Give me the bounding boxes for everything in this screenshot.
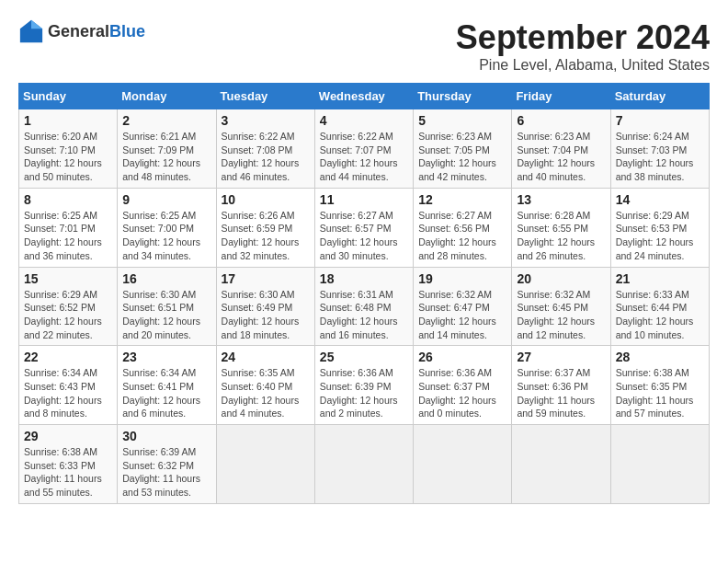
table-row: [610, 425, 709, 504]
table-row: 5Sunrise: 6:23 AM Sunset: 7:05 PM Daylig…: [414, 109, 512, 189]
day-number: 3: [222, 113, 310, 128]
day-info: Sunrise: 6:39 AM Sunset: 6:32 PM Dayligh…: [122, 445, 210, 500]
table-row: 29Sunrise: 6:38 AM Sunset: 6:33 PM Dayli…: [19, 425, 118, 504]
calendar-week-row: 1Sunrise: 6:20 AM Sunset: 7:10 PM Daylig…: [19, 109, 710, 189]
table-row: 20Sunrise: 6:32 AM Sunset: 6:45 PM Dayli…: [512, 267, 610, 346]
day-number: 5: [418, 113, 506, 128]
day-info: Sunrise: 6:35 AM Sunset: 6:40 PM Dayligh…: [222, 366, 310, 420]
table-row: 6Sunrise: 6:23 AM Sunset: 7:04 PM Daylig…: [512, 109, 610, 189]
table-row: 16Sunrise: 6:30 AM Sunset: 6:51 PM Dayli…: [118, 267, 216, 346]
table-row: 14Sunrise: 6:29 AM Sunset: 6:53 PM Dayli…: [610, 188, 709, 267]
day-number: 23: [122, 350, 210, 364]
day-info: Sunrise: 6:28 AM Sunset: 6:55 PM Dayligh…: [517, 209, 605, 263]
title-block: September 2024 Pine Level, Alabama, Unit…: [456, 18, 710, 74]
header-monday: Monday: [118, 84, 216, 109]
day-number: 18: [320, 271, 408, 286]
page-header: GeneralBlue September 2024 Pine Level, A…: [18, 18, 710, 74]
table-row: 24Sunrise: 6:35 AM Sunset: 6:40 PM Dayli…: [216, 346, 314, 425]
day-number: 8: [24, 192, 112, 207]
day-number: 25: [320, 350, 408, 364]
table-row: 28Sunrise: 6:38 AM Sunset: 6:35 PM Dayli…: [610, 346, 709, 425]
table-row: 23Sunrise: 6:34 AM Sunset: 6:41 PM Dayli…: [118, 346, 216, 425]
day-number: 20: [517, 271, 605, 286]
table-row: 2Sunrise: 6:21 AM Sunset: 7:09 PM Daylig…: [118, 109, 216, 189]
day-info: Sunrise: 6:37 AM Sunset: 6:36 PM Dayligh…: [517, 366, 605, 420]
table-row: 21Sunrise: 6:33 AM Sunset: 6:44 PM Dayli…: [610, 267, 709, 346]
table-row: 10Sunrise: 6:26 AM Sunset: 6:59 PM Dayli…: [216, 188, 314, 267]
table-row: 30Sunrise: 6:39 AM Sunset: 6:32 PM Dayli…: [118, 425, 216, 504]
month-title: September 2024: [456, 18, 710, 57]
day-info: Sunrise: 6:34 AM Sunset: 6:41 PM Dayligh…: [122, 366, 210, 420]
table-row: 22Sunrise: 6:34 AM Sunset: 6:43 PM Dayli…: [19, 346, 118, 425]
logo-icon: [18, 18, 44, 44]
day-info: Sunrise: 6:36 AM Sunset: 6:37 PM Dayligh…: [418, 366, 506, 420]
day-number: 21: [616, 271, 704, 286]
header-sunday: Sunday: [19, 84, 118, 109]
day-info: Sunrise: 6:38 AM Sunset: 6:33 PM Dayligh…: [24, 445, 112, 500]
day-number: 11: [320, 192, 408, 207]
day-info: Sunrise: 6:33 AM Sunset: 6:44 PM Dayligh…: [616, 288, 704, 342]
header-saturday: Saturday: [610, 84, 709, 109]
table-row: 15Sunrise: 6:29 AM Sunset: 6:52 PM Dayli…: [19, 267, 118, 346]
day-info: Sunrise: 6:27 AM Sunset: 6:57 PM Dayligh…: [320, 209, 408, 263]
day-number: 9: [122, 192, 210, 207]
day-info: Sunrise: 6:21 AM Sunset: 7:09 PM Dayligh…: [122, 130, 210, 184]
day-info: Sunrise: 6:38 AM Sunset: 6:35 PM Dayligh…: [616, 366, 704, 420]
day-number: 22: [24, 350, 112, 364]
table-row: [512, 425, 610, 504]
table-row: 25Sunrise: 6:36 AM Sunset: 6:39 PM Dayli…: [314, 346, 413, 425]
table-row: [414, 425, 512, 504]
day-number: 14: [616, 192, 704, 207]
calendar-week-row: 22Sunrise: 6:34 AM Sunset: 6:43 PM Dayli…: [19, 346, 710, 425]
svg-marker-1: [31, 20, 42, 29]
day-number: 16: [122, 271, 210, 286]
location-title: Pine Level, Alabama, United States: [456, 57, 710, 74]
table-row: [314, 425, 413, 504]
day-info: Sunrise: 6:34 AM Sunset: 6:43 PM Dayligh…: [24, 366, 112, 420]
day-number: 26: [418, 350, 506, 364]
day-number: 28: [616, 350, 704, 364]
calendar-table: Sunday Monday Tuesday Wednesday Thursday…: [18, 83, 710, 504]
day-number: 1: [24, 113, 112, 128]
day-info: Sunrise: 6:22 AM Sunset: 7:07 PM Dayligh…: [320, 130, 408, 184]
table-row: 1Sunrise: 6:20 AM Sunset: 7:10 PM Daylig…: [19, 109, 118, 189]
day-info: Sunrise: 6:23 AM Sunset: 7:05 PM Dayligh…: [418, 130, 506, 184]
day-info: Sunrise: 6:24 AM Sunset: 7:03 PM Dayligh…: [616, 130, 704, 184]
table-row: 19Sunrise: 6:32 AM Sunset: 6:47 PM Dayli…: [414, 267, 512, 346]
table-row: 13Sunrise: 6:28 AM Sunset: 6:55 PM Dayli…: [512, 188, 610, 267]
logo: GeneralBlue: [18, 18, 145, 44]
table-row: 3Sunrise: 6:22 AM Sunset: 7:08 PM Daylig…: [216, 109, 314, 189]
day-number: 7: [616, 113, 704, 128]
day-number: 19: [418, 271, 506, 286]
table-row: 17Sunrise: 6:30 AM Sunset: 6:49 PM Dayli…: [216, 267, 314, 346]
day-info: Sunrise: 6:23 AM Sunset: 7:04 PM Dayligh…: [517, 130, 605, 184]
day-info: Sunrise: 6:25 AM Sunset: 7:00 PM Dayligh…: [122, 209, 210, 263]
day-number: 10: [222, 192, 310, 207]
header-thursday: Thursday: [414, 84, 512, 109]
day-number: 6: [517, 113, 605, 128]
day-info: Sunrise: 6:29 AM Sunset: 6:52 PM Dayligh…: [24, 288, 112, 342]
day-info: Sunrise: 6:32 AM Sunset: 6:47 PM Dayligh…: [418, 288, 506, 342]
day-info: Sunrise: 6:29 AM Sunset: 6:53 PM Dayligh…: [616, 209, 704, 263]
day-number: 12: [418, 192, 506, 207]
header-wednesday: Wednesday: [314, 84, 413, 109]
table-row: 7Sunrise: 6:24 AM Sunset: 7:03 PM Daylig…: [610, 109, 709, 189]
day-number: 15: [24, 271, 112, 286]
day-info: Sunrise: 6:30 AM Sunset: 6:49 PM Dayligh…: [222, 288, 310, 342]
table-row: 11Sunrise: 6:27 AM Sunset: 6:57 PM Dayli…: [314, 188, 413, 267]
table-row: 8Sunrise: 6:25 AM Sunset: 7:01 PM Daylig…: [19, 188, 118, 267]
day-info: Sunrise: 6:32 AM Sunset: 6:45 PM Dayligh…: [517, 288, 605, 342]
table-row: 9Sunrise: 6:25 AM Sunset: 7:00 PM Daylig…: [118, 188, 216, 267]
day-number: 2: [122, 113, 210, 128]
day-info: Sunrise: 6:25 AM Sunset: 7:01 PM Dayligh…: [24, 209, 112, 263]
day-number: 13: [517, 192, 605, 207]
day-info: Sunrise: 6:22 AM Sunset: 7:08 PM Dayligh…: [222, 130, 310, 184]
table-row: 12Sunrise: 6:27 AM Sunset: 6:56 PM Dayli…: [414, 188, 512, 267]
table-row: [216, 425, 314, 504]
logo-blue-text: Blue: [109, 22, 145, 40]
day-info: Sunrise: 6:27 AM Sunset: 6:56 PM Dayligh…: [418, 209, 506, 263]
day-info: Sunrise: 6:30 AM Sunset: 6:51 PM Dayligh…: [122, 288, 210, 342]
logo-general-text: General: [48, 22, 109, 40]
calendar-header-row: Sunday Monday Tuesday Wednesday Thursday…: [19, 84, 710, 109]
table-row: 4Sunrise: 6:22 AM Sunset: 7:07 PM Daylig…: [314, 109, 413, 189]
